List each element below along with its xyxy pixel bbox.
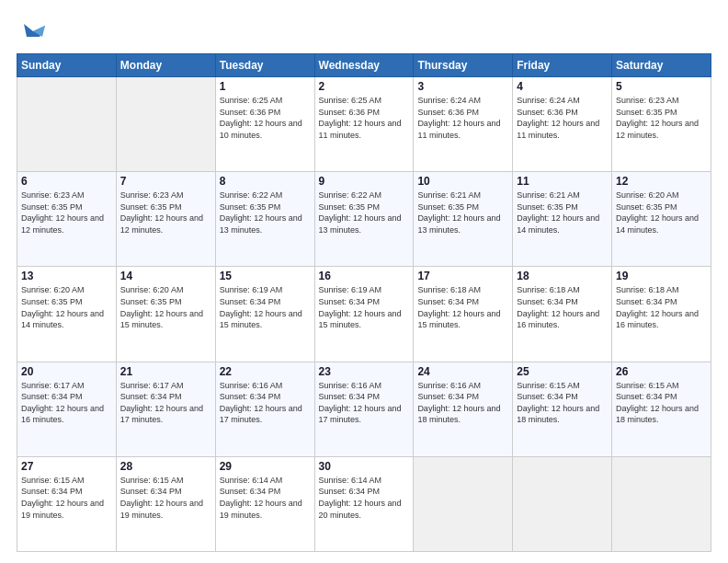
day-number: 2 <box>319 80 410 93</box>
day-number: 14 <box>120 270 211 282</box>
day-info: Sunrise: 6:21 AMSunset: 6:35 PMDaylight:… <box>417 190 508 236</box>
calendar-cell: 4Sunrise: 6:24 AMSunset: 6:36 PMDaylight… <box>513 77 612 172</box>
day-number: 3 <box>417 80 508 93</box>
calendar-header-row: SundayMondayTuesdayWednesdayThursdayFrid… <box>17 54 711 77</box>
calendar-cell: 25Sunrise: 6:15 AMSunset: 6:34 PMDayligh… <box>513 362 612 456</box>
day-of-week-header: Saturday <box>612 54 711 77</box>
logo <box>17 17 47 44</box>
calendar-cell <box>513 456 612 551</box>
day-number: 7 <box>120 175 211 188</box>
day-info: Sunrise: 6:15 AMSunset: 6:34 PMDaylight:… <box>120 475 211 521</box>
calendar-week-row: 1Sunrise: 6:25 AMSunset: 6:36 PMDaylight… <box>17 77 711 172</box>
day-number: 12 <box>616 175 707 188</box>
day-number: 29 <box>220 460 311 473</box>
day-info: Sunrise: 6:20 AMSunset: 6:35 PMDaylight:… <box>21 284 112 330</box>
calendar-cell: 14Sunrise: 6:20 AMSunset: 6:35 PMDayligh… <box>116 267 215 362</box>
header <box>17 17 711 44</box>
day-of-week-header: Monday <box>116 54 215 77</box>
day-number: 18 <box>517 270 608 282</box>
day-info: Sunrise: 6:15 AMSunset: 6:34 PMDaylight:… <box>21 475 112 521</box>
calendar-cell: 2Sunrise: 6:25 AMSunset: 6:36 PMDaylight… <box>314 77 414 172</box>
calendar-cell: 29Sunrise: 6:14 AMSunset: 6:34 PMDayligh… <box>215 456 314 551</box>
day-number: 11 <box>517 175 608 188</box>
calendar-cell: 13Sunrise: 6:20 AMSunset: 6:35 PMDayligh… <box>17 267 117 362</box>
calendar-cell: 24Sunrise: 6:16 AMSunset: 6:34 PMDayligh… <box>414 362 513 456</box>
calendar-cell: 6Sunrise: 6:23 AMSunset: 6:35 PMDaylight… <box>17 172 117 267</box>
calendar-cell: 16Sunrise: 6:19 AMSunset: 6:34 PMDayligh… <box>314 267 414 362</box>
day-info: Sunrise: 6:16 AMSunset: 6:34 PMDaylight:… <box>220 380 311 426</box>
day-info: Sunrise: 6:22 AMSunset: 6:35 PMDaylight:… <box>220 190 311 236</box>
calendar-cell: 11Sunrise: 6:21 AMSunset: 6:35 PMDayligh… <box>513 172 612 267</box>
day-info: Sunrise: 6:18 AMSunset: 6:34 PMDaylight:… <box>517 284 608 330</box>
day-number: 26 <box>616 365 707 378</box>
day-info: Sunrise: 6:21 AMSunset: 6:35 PMDaylight:… <box>517 190 608 236</box>
calendar-week-row: 20Sunrise: 6:17 AMSunset: 6:34 PMDayligh… <box>17 362 711 456</box>
calendar-cell: 3Sunrise: 6:24 AMSunset: 6:36 PMDaylight… <box>414 77 513 172</box>
day-info: Sunrise: 6:18 AMSunset: 6:34 PMDaylight:… <box>417 284 508 330</box>
calendar-week-row: 13Sunrise: 6:20 AMSunset: 6:35 PMDayligh… <box>17 267 711 362</box>
day-info: Sunrise: 6:16 AMSunset: 6:34 PMDaylight:… <box>417 380 508 426</box>
day-number: 4 <box>517 80 608 93</box>
day-info: Sunrise: 6:25 AMSunset: 6:36 PMDaylight:… <box>220 95 311 141</box>
day-info: Sunrise: 6:23 AMSunset: 6:35 PMDaylight:… <box>21 190 112 236</box>
calendar-cell: 30Sunrise: 6:14 AMSunset: 6:34 PMDayligh… <box>314 456 414 551</box>
calendar-cell: 19Sunrise: 6:18 AMSunset: 6:34 PMDayligh… <box>612 267 711 362</box>
calendar-week-row: 27Sunrise: 6:15 AMSunset: 6:34 PMDayligh… <box>17 456 711 551</box>
calendar-cell <box>17 77 117 172</box>
day-number: 16 <box>319 270 410 282</box>
calendar-cell: 20Sunrise: 6:17 AMSunset: 6:34 PMDayligh… <box>17 362 117 456</box>
day-number: 19 <box>616 270 707 282</box>
day-info: Sunrise: 6:24 AMSunset: 6:36 PMDaylight:… <box>417 95 508 141</box>
day-info: Sunrise: 6:20 AMSunset: 6:35 PMDaylight:… <box>120 284 211 330</box>
day-number: 6 <box>21 175 112 188</box>
day-info: Sunrise: 6:16 AMSunset: 6:34 PMDaylight:… <box>319 380 410 426</box>
day-number: 21 <box>120 365 211 378</box>
calendar-cell <box>116 77 215 172</box>
day-number: 22 <box>220 365 311 378</box>
day-number: 8 <box>220 175 311 188</box>
day-of-week-header: Thursday <box>414 54 513 77</box>
day-number: 13 <box>21 270 112 282</box>
calendar-table: SundayMondayTuesdayWednesdayThursdayFrid… <box>17 53 711 552</box>
day-of-week-header: Sunday <box>17 54 117 77</box>
day-number: 20 <box>21 365 112 378</box>
day-number: 28 <box>120 460 211 473</box>
day-of-week-header: Friday <box>513 54 612 77</box>
day-info: Sunrise: 6:22 AMSunset: 6:35 PMDaylight:… <box>319 190 410 236</box>
day-info: Sunrise: 6:19 AMSunset: 6:34 PMDaylight:… <box>220 284 311 330</box>
calendar-cell <box>414 456 513 551</box>
calendar-cell: 27Sunrise: 6:15 AMSunset: 6:34 PMDayligh… <box>17 456 117 551</box>
day-number: 17 <box>417 270 508 282</box>
day-number: 15 <box>220 270 311 282</box>
day-info: Sunrise: 6:23 AMSunset: 6:35 PMDaylight:… <box>616 95 707 141</box>
day-info: Sunrise: 6:24 AMSunset: 6:36 PMDaylight:… <box>517 95 608 141</box>
day-number: 23 <box>319 365 410 378</box>
day-of-week-header: Wednesday <box>314 54 414 77</box>
day-number: 25 <box>517 365 608 378</box>
day-number: 30 <box>319 460 410 473</box>
logo-icon <box>19 17 47 44</box>
calendar-cell: 7Sunrise: 6:23 AMSunset: 6:35 PMDaylight… <box>116 172 215 267</box>
day-number: 24 <box>417 365 508 378</box>
day-number: 10 <box>417 175 508 188</box>
calendar-cell: 12Sunrise: 6:20 AMSunset: 6:35 PMDayligh… <box>612 172 711 267</box>
day-info: Sunrise: 6:14 AMSunset: 6:34 PMDaylight:… <box>319 475 410 521</box>
calendar-cell: 18Sunrise: 6:18 AMSunset: 6:34 PMDayligh… <box>513 267 612 362</box>
day-info: Sunrise: 6:15 AMSunset: 6:34 PMDaylight:… <box>517 380 608 426</box>
calendar-cell: 22Sunrise: 6:16 AMSunset: 6:34 PMDayligh… <box>215 362 314 456</box>
day-info: Sunrise: 6:19 AMSunset: 6:34 PMDaylight:… <box>319 284 410 330</box>
calendar-cell: 5Sunrise: 6:23 AMSunset: 6:35 PMDaylight… <box>612 77 711 172</box>
calendar-cell: 9Sunrise: 6:22 AMSunset: 6:35 PMDaylight… <box>314 172 414 267</box>
day-number: 9 <box>319 175 410 188</box>
day-number: 27 <box>21 460 112 473</box>
day-info: Sunrise: 6:17 AMSunset: 6:34 PMDaylight:… <box>21 380 112 426</box>
day-info: Sunrise: 6:20 AMSunset: 6:35 PMDaylight:… <box>616 190 707 236</box>
day-info: Sunrise: 6:14 AMSunset: 6:34 PMDaylight:… <box>220 475 311 521</box>
calendar-cell: 17Sunrise: 6:18 AMSunset: 6:34 PMDayligh… <box>414 267 513 362</box>
day-info: Sunrise: 6:15 AMSunset: 6:34 PMDaylight:… <box>616 380 707 426</box>
calendar-cell: 23Sunrise: 6:16 AMSunset: 6:34 PMDayligh… <box>314 362 414 456</box>
calendar-cell: 8Sunrise: 6:22 AMSunset: 6:35 PMDaylight… <box>215 172 314 267</box>
page: SundayMondayTuesdayWednesdayThursdayFrid… <box>0 0 728 563</box>
day-number: 5 <box>616 80 707 93</box>
day-of-week-header: Tuesday <box>215 54 314 77</box>
